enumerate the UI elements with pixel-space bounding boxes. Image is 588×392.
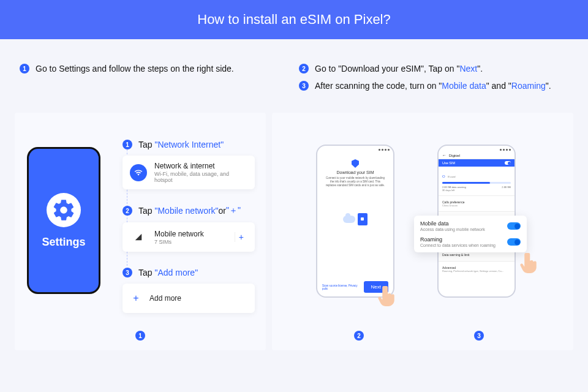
tap-2-heading: 2 Tap "Mobile network" or "＋" [123,205,255,216]
step-1-line: 1 Go to Settings and follow the steps on… [20,64,289,74]
tap-badge-3: 3 [123,268,132,277]
step-badge-3: 3 [299,81,309,91]
step-3-text: After scanning the code, turn on "Mobile… [315,81,551,91]
use-sim-toggle[interactable] [505,161,511,165]
tap-steps: 1 Tap "Network Internet" Network & inter… [123,140,255,329]
instruction-row: 1 Go to Settings and follow the steps on… [0,64,588,98]
data-usage-block: O B used 2.00 GB data warning2.00 GB 30 … [439,167,514,194]
status-bar-icons-3 [439,146,514,152]
plus-keyword: "＋" [226,205,241,216]
pointing-hand-icon-2 [519,251,538,273]
download-sim-desc: Connect to your mobile network by downlo… [322,176,388,187]
phone-2-content: Download your SIM Connect to your mobile… [317,152,393,234]
tap-badge-1: 1 [123,140,132,149]
mobile-data-sub: Access data using mobile network [420,227,485,232]
network-card-text: Network & internet Wi-Fi, mobile, data u… [154,162,247,183]
footer-links[interactable]: Scan source license, Privacy polic [322,284,364,290]
shield-icon [352,159,359,168]
step-2-text: Go to "Download your eSIM", Tap on "Next… [315,64,483,74]
illustration-panels: Settings 1 Tap "Network Internet" Networ… [0,113,588,350]
instruction-right-col: 2 Go to "Download your eSIM", Tap on "Ne… [294,64,573,98]
mobile-data-toggle[interactable] [507,222,521,230]
tap-badge-2: 2 [123,206,132,216]
use-sim-row[interactable]: Use SIM [439,159,514,167]
step-2-line: 2 Go to "Download your eSIM", Tap on "Ne… [299,64,568,74]
next-keyword: Next [459,64,477,74]
sim-doc-icon [358,213,368,225]
page-title-banner: How to install an eSIM on Pixel? [0,0,588,39]
step-badge-2: 2 [299,64,309,74]
network-internet-card[interactable]: Network & internet Wi-Fi, mobile, data u… [123,156,255,189]
banner-title: How to install an eSIM on Pixel? [197,12,391,28]
roaming-row[interactable]: Roaming Connect to data services when ro… [420,236,521,247]
mobile-network-card[interactable]: Mobile network 7 SIMs + [123,222,255,252]
plus-icon: + [130,290,142,307]
advanced-item[interactable]: AdvancedRoaming, Preferred network type,… [439,263,514,276]
pointing-hand-icon [377,284,396,306]
step-badge-1: 1 [20,64,29,74]
add-more-text: Add more [149,294,247,303]
panel-badge-2: 2 [354,331,364,341]
pixel-device-mock: Settings [27,147,100,294]
settings-gear-circle [47,193,81,227]
wifi-icon [130,164,147,181]
download-illustration [334,208,377,230]
panel-step-1: Settings 1 Tap "Network Internet" Networ… [15,113,266,350]
signal-icon [130,228,147,246]
add-sim-plus[interactable]: + [235,232,247,242]
add-more-keyword: "Add more" [154,268,198,277]
download-sim-title: Download your SIM [322,170,388,175]
mobile-network-keyword: "Mobile network" [154,206,218,216]
panel-badge-3: 3 [474,331,484,341]
instruction-left-col: 1 Go to Settings and follow the steps on… [15,64,294,98]
roaming-keyword: Roaming [511,81,546,91]
toggle-overlay-card: Mobile data Access data using mobile net… [414,216,527,252]
roaming-toggle[interactable] [507,238,521,246]
gear-icon [51,198,76,222]
cloud-icon [343,216,355,223]
tap-1-heading: 1 Tap "Network Internet" [123,140,255,149]
step-3-line: 3 After scanning the code, turn on "Mobi… [299,81,568,91]
calls-pref-item[interactable]: Calls preferenceChina Unicom [439,197,514,210]
mobile-data-row[interactable]: Mobile data Access data using mobile net… [420,221,521,232]
phone-download-sim: Download your SIM Connect to your mobile… [316,145,394,298]
mobile-card-text: Mobile network 7 SIMs [154,230,227,245]
carrier-header[interactable]: Digicel [439,152,514,159]
tap-3-heading: 3 Tap "Add more" [123,268,255,277]
panel-badge-1: 1 [135,331,145,341]
mobile-data-label: Mobile data [420,221,485,227]
status-bar-icons [317,146,393,152]
settings-label: Settings [42,236,85,249]
usage-progress-bar [442,182,511,184]
network-internet-keyword: "Network Internet" [154,140,224,149]
tap-step-1: 1 Tap "Network Internet" Network & inter… [123,140,255,189]
roaming-label: Roaming [420,236,496,243]
add-more-card[interactable]: + Add more [123,284,255,313]
step-1-text: Go to Settings and follow the steps on t… [36,64,234,74]
panel-steps-2-3: Download your SIM Connect to your mobile… [272,113,573,350]
mobile-data-keyword: Mobile data [442,81,486,91]
tap-step-3: 3 Tap "Add more" + Add more [123,268,255,313]
roaming-sub: Connect to data services when roaming [420,243,496,247]
tap-step-2: 2 Tap "Mobile network" or "＋" Mobile net… [123,205,255,252]
